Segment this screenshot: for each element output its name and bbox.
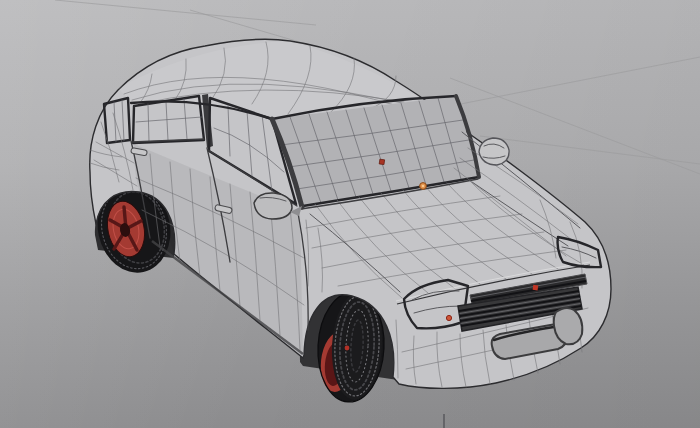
right-fog-recess[interactable] <box>554 308 583 344</box>
left-side-mirror[interactable] <box>254 193 292 219</box>
viewport-canvas[interactable] <box>0 0 700 428</box>
front-wheel-marker[interactable] <box>345 346 350 351</box>
selected-vertex-orange-core <box>422 185 425 188</box>
selected-vertex-windshield-red[interactable] <box>379 159 384 164</box>
3d-viewport[interactable] <box>0 0 700 428</box>
grid-line <box>480 136 700 164</box>
grid-line <box>55 0 316 25</box>
right-side-mirror[interactable] <box>479 138 509 165</box>
car-model[interactable] <box>89 39 611 403</box>
headlight-marker[interactable] <box>446 315 451 320</box>
grid-line <box>430 57 700 110</box>
grille-marker[interactable] <box>533 285 539 291</box>
